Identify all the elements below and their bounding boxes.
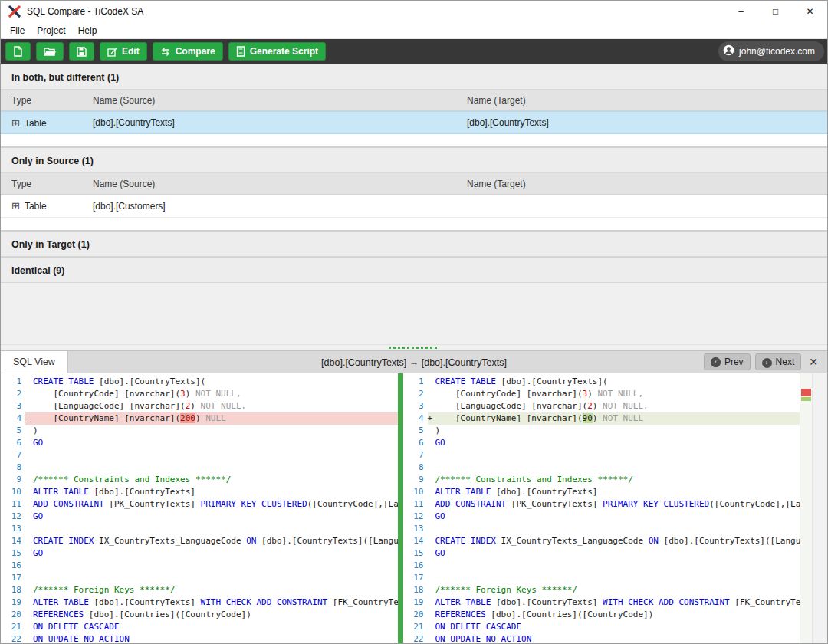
- code-line[interactable]: 19ALTER TABLE [dbo].[CountryTexts] WITH …: [1, 596, 398, 609]
- diff-marker: [25, 584, 33, 596]
- column-label: Type: [12, 95, 93, 106]
- code-line[interactable]: 16: [403, 560, 800, 572]
- code-text: /****** Foreign Keys ******/: [435, 584, 800, 596]
- code-text: /****** Foreign Keys ******/: [33, 584, 398, 596]
- compare-button[interactable]: Compare: [153, 42, 223, 61]
- code-line[interactable]: 20REFERENCES [dbo].[Countries]([CountryC…: [1, 609, 398, 621]
- code-line[interactable]: 12GO: [1, 511, 398, 523]
- code-line[interactable]: 6GO: [403, 437, 800, 449]
- code-line[interactable]: 10ALTER TABLE [dbo].[CountryTexts]: [403, 486, 800, 498]
- code-line[interactable]: 18/****** Foreign Keys ******/: [1, 584, 398, 596]
- line-number: 20: [1, 609, 25, 621]
- edit-button[interactable]: Edit: [100, 42, 147, 61]
- code-line[interactable]: 21ON DELETE CASCADE: [1, 621, 398, 633]
- close-panel-button[interactable]: ✕: [806, 356, 823, 368]
- code-text: ADD CONSTRAINT [PK_CountryTexts] PRIMARY…: [435, 498, 800, 511]
- code-text: [33, 449, 398, 462]
- code-line[interactable]: 7: [403, 449, 800, 462]
- code-line[interactable]: 4+ [CountryName] [nvarchar](90) NOT NULL: [403, 412, 800, 425]
- close-button[interactable]: ✕: [793, 1, 827, 22]
- diff-marker: [428, 633, 435, 643]
- code-line[interactable]: 9/****** Constraints and Indexes ******/: [403, 474, 800, 486]
- line-number: 15: [403, 547, 428, 560]
- scrollbar-track[interactable]: [812, 373, 827, 643]
- diff-overview-ruler[interactable]: [800, 373, 812, 643]
- row-type-cell: ⊞Table: [12, 200, 93, 212]
- group-header[interactable]: Identical (9): [1, 257, 827, 283]
- table-row[interactable]: ⊞Table[dbo].[Customers]: [1, 195, 827, 218]
- code-line[interactable]: 8: [1, 462, 398, 474]
- code-line[interactable]: 8: [403, 462, 800, 474]
- line-number: 22: [403, 633, 428, 643]
- code-line[interactable]: 13: [1, 523, 398, 535]
- code-line[interactable]: 14CREATE INDEX IX_CountryTexts_LanguageC…: [1, 535, 398, 547]
- diff-marker: [25, 511, 33, 523]
- code-line[interactable]: 17: [1, 572, 398, 584]
- code-line[interactable]: 22ON UPDATE NO ACTION: [1, 633, 398, 643]
- code-line[interactable]: 22ON UPDATE NO ACTION: [403, 633, 800, 643]
- code-text: CREATE TABLE [dbo].[CountryTexts](: [435, 376, 800, 388]
- code-line[interactable]: 3 [LanguageCode] [nvarchar](2) NOT NULL,: [1, 400, 398, 412]
- code-line[interactable]: 4- [CountryName] [nvarchar](200) NULL: [1, 412, 398, 425]
- pane-divider[interactable]: [398, 373, 403, 643]
- table-row[interactable]: ⊞Table[dbo].[CountryTexts][dbo].[Country…: [1, 111, 827, 134]
- code-line[interactable]: 14CREATE INDEX IX_CountryTexts_LanguageC…: [403, 535, 800, 547]
- menu-project[interactable]: Project: [31, 22, 71, 39]
- account-button[interactable]: john@ticodex.com: [718, 41, 824, 61]
- code-line[interactable]: 11ADD CONSTRAINT [PK_CountryTexts] PRIMA…: [403, 498, 800, 511]
- code-line[interactable]: 6GO: [1, 437, 398, 449]
- code-line[interactable]: 9/****** Constraints and Indexes ******/: [1, 474, 398, 486]
- column-header-row: TypeName (Source)Name (Target): [1, 90, 827, 111]
- code-line[interactable]: 3 [LanguageCode] [nvarchar](2) NOT NULL,: [403, 400, 800, 412]
- menu-help[interactable]: Help: [72, 22, 104, 39]
- group-header[interactable]: Only in Source (1): [1, 147, 827, 173]
- next-arrow-icon: ›: [762, 356, 772, 368]
- menu-file[interactable]: File: [4, 22, 31, 39]
- code-line[interactable]: 20REFERENCES [dbo].[Countries]([CountryC…: [403, 609, 800, 621]
- new-project-button[interactable]: [5, 42, 31, 61]
- code-line[interactable]: 15GO: [403, 547, 800, 560]
- column-label: Type: [12, 179, 93, 189]
- next-button[interactable]: › Next: [755, 353, 802, 370]
- code-line[interactable]: 11ADD CONSTRAINT [PK_CountryTexts] PRIMA…: [1, 498, 398, 511]
- line-number: 11: [403, 498, 428, 511]
- table-icon: ⊞: [12, 200, 20, 212]
- maximize-button[interactable]: □: [758, 1, 793, 22]
- code-text: [LanguageCode] [nvarchar](2) NOT NULL,: [33, 400, 398, 412]
- code-line[interactable]: 1CREATE TABLE [dbo].[CountryTexts](: [403, 376, 800, 388]
- splitter-handle[interactable]: [1, 344, 827, 350]
- group-filler: [1, 218, 827, 231]
- group-header[interactable]: In both, but different (1): [1, 64, 827, 90]
- code-line[interactable]: 5): [403, 425, 800, 437]
- code-line[interactable]: 2 [CountryCode] [nvarchar](3) NOT NULL,: [1, 388, 398, 400]
- diff-marker: [25, 633, 33, 643]
- code-text: [CountryCode] [nvarchar](3) NOT NULL,: [33, 388, 398, 400]
- line-number: 9: [403, 474, 428, 486]
- minimize-button[interactable]: –: [724, 1, 758, 22]
- code-line[interactable]: 15GO: [1, 547, 398, 560]
- line-number: 21: [1, 621, 25, 633]
- line-number: 7: [1, 449, 25, 462]
- open-project-button[interactable]: [36, 42, 64, 61]
- save-project-button[interactable]: [69, 42, 94, 61]
- generate-script-button[interactable]: Generate Script: [228, 42, 326, 61]
- code-line[interactable]: 13: [403, 523, 800, 535]
- prev-button[interactable]: ‹ Prev: [704, 353, 751, 370]
- code-line[interactable]: 16: [1, 560, 398, 572]
- code-line[interactable]: 21ON DELETE CASCADE: [403, 621, 800, 633]
- title-bar: SQL Compare - TiCodeX SA – □ ✕: [1, 1, 827, 22]
- code-text: ): [435, 425, 800, 437]
- code-line[interactable]: 10ALTER TABLE [dbo].[CountryTexts]: [1, 486, 398, 498]
- group-header[interactable]: Only in Target (1): [1, 231, 827, 257]
- code-line[interactable]: 7: [1, 449, 398, 462]
- code-line[interactable]: 17: [403, 572, 800, 584]
- code-line[interactable]: 5): [1, 425, 398, 437]
- code-line[interactable]: 18/****** Foreign Keys ******/: [403, 584, 800, 596]
- group-filler: [1, 134, 827, 147]
- code-line[interactable]: 2 [CountryCode] [nvarchar](3) NOT NULL,: [403, 388, 800, 400]
- tab-sql-view[interactable]: SQL View: [1, 351, 68, 373]
- code-line[interactable]: 1CREATE TABLE [dbo].[CountryTexts](: [1, 376, 398, 388]
- code-line[interactable]: 19ALTER TABLE [dbo].[CountryTexts] WITH …: [403, 596, 800, 609]
- code-text: [33, 572, 398, 584]
- code-line[interactable]: 12GO: [403, 511, 800, 523]
